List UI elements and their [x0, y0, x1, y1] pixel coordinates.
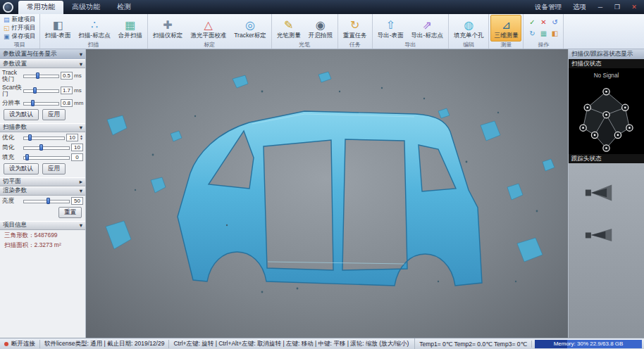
menu-device-management[interactable]: 设备管理	[529, 3, 567, 12]
track-shutter-slider[interactable]	[23, 72, 59, 80]
simplify-slider[interactable]	[23, 144, 70, 151]
chevron-down-icon: ▾	[80, 222, 82, 229]
connection-status: 断开连接	[0, 340, 40, 348]
start-photo-button[interactable]: ◉ 开启拍照	[305, 15, 336, 42]
optimize-spinner[interactable]: ▲▼	[80, 134, 83, 141]
tracker-calibration-icon: ◎	[245, 19, 255, 32]
section-header-project-info[interactable]: 项目信息 ▾	[0, 221, 85, 230]
fill-label: 填充	[2, 154, 22, 160]
new-project-button[interactable]: ▤ 新建项目	[1, 15, 38, 24]
save-project-button[interactable]: ▣ 保存项目	[1, 32, 38, 41]
ribbon: ▤ 新建项目 ◱ 打开项目 ▣ 保存项目 项目 ◧ 扫描-表面	[0, 14, 644, 49]
slider-thumb[interactable]	[39, 144, 43, 151]
status-panel: 扫描仪/跟踪器状态显示 扫描仪状态 No Signal	[568, 49, 644, 338]
merge-scan-button[interactable]: ▦ 合并扫描	[115, 15, 146, 42]
section-header-parameters[interactable]: 参数设置 ▾	[0, 59, 85, 68]
scan-markers-button[interactable]: ∴ 扫描-标志点	[75, 15, 113, 42]
set-default-button[interactable]: 设为默认	[4, 109, 39, 120]
slider-thumb[interactable]	[25, 154, 29, 160]
scan-surface-button[interactable]: ◧ 扫描-表面	[42, 15, 75, 42]
scan-shutter-slider[interactable]	[23, 87, 59, 94]
export-surface-icon: ⇧	[385, 19, 395, 32]
mesh-view-icon[interactable]: ▦	[538, 29, 548, 39]
brightness-value[interactable]: 50	[71, 197, 83, 205]
scan-surface-icon: ◧	[52, 19, 63, 32]
license-info: 软件license类型: 通用 | 截止日期: 2019/12/29	[40, 340, 169, 348]
display-icon[interactable]: ◧	[550, 29, 559, 39]
open-project-button[interactable]: ◱ 打开项目	[1, 24, 38, 32]
optimize-label: 优化	[2, 134, 22, 141]
reset-render-button[interactable]: 重置	[58, 207, 82, 218]
measure-3d-button[interactable]: ⊿ 三维测量	[490, 15, 521, 42]
group-label-stylus: 光笔	[273, 42, 336, 49]
maximize-button[interactable]: ❐	[609, 2, 626, 13]
laser-plane-calibration-button[interactable]: △ 激光平面校准	[187, 15, 230, 42]
simplify-label: 简化	[2, 144, 22, 151]
scan-shutter-unit: ms	[74, 87, 83, 94]
set-default-button[interactable]: 设为默认	[4, 163, 39, 174]
slider-thumb[interactable]	[28, 134, 32, 141]
section-header-clip-plane[interactable]: 切平面 ▸	[0, 177, 85, 186]
apply-button[interactable]: 应用	[42, 163, 66, 174]
slider-thumb[interactable]	[36, 72, 39, 79]
redo-icon[interactable]: ↻	[527, 29, 537, 39]
simplify-value[interactable]: 10	[71, 144, 83, 151]
tab-advanced-functions[interactable]: 高级功能	[63, 1, 109, 14]
reset-task-icon: ↻	[350, 19, 359, 32]
ribbon-group-scan: ◧ 扫描-表面 ∴ 扫描-标志点 ▦ 合并扫描 扫描	[40, 14, 148, 49]
optimize-slider[interactable]	[23, 134, 65, 141]
ribbon-group-stylus: ✎ 光笔测量 ◉ 开启拍照 光笔	[272, 14, 338, 49]
chevron-down-icon[interactable]: ▾	[80, 51, 82, 58]
scan-area: 扫描面积：2.3273 m²	[0, 240, 85, 253]
optimize-value[interactable]: 10	[66, 134, 78, 141]
section-header-render-params[interactable]: 渲染参数 ▾	[0, 186, 85, 196]
fill-value[interactable]: 0	[71, 153, 83, 161]
resolution-slider[interactable]	[23, 99, 59, 107]
chevron-down-icon: ▾	[80, 61, 82, 68]
ribbon-group-calibration: ✚ 扫描仪标定 △ 激光平面校准 ◎ Tracker标定 标定	[148, 14, 272, 49]
memory-usage-bar: Memory: 30% 22.9/63.8 GB	[535, 340, 642, 348]
scanner-calibration-button[interactable]: ✚ 扫描仪标定	[149, 15, 187, 42]
ribbon-group-operations: ✓ ✕ ↺ ↻ ▦ ◧ 操作	[524, 14, 564, 49]
fill-single-hole-button[interactable]: ◍ 填充单个孔	[450, 15, 488, 42]
connection-status-icon	[4, 342, 8, 346]
export-markers-button[interactable]: ⇗ 导出-标志点	[408, 15, 447, 42]
fill-slider[interactable]	[23, 153, 70, 161]
close-button[interactable]: ✕	[626, 2, 643, 13]
scan-fragments	[106, 72, 555, 262]
stylus-measure-button[interactable]: ✎ 光笔测量	[273, 15, 304, 42]
parameter-panel-header: 参数设置与任务显示 ▾	[0, 49, 85, 59]
resolution-unit: mm	[74, 100, 83, 106]
group-label-scan: 扫描	[42, 42, 146, 49]
scanner-status-title: 扫描仪状态	[569, 59, 644, 68]
scan-markers-icon: ∴	[91, 19, 98, 32]
ribbon-tabs: 常用功能 高级功能 检测	[18, 0, 140, 14]
confirm-icon[interactable]: ✓	[527, 18, 537, 27]
slider-thumb[interactable]	[47, 198, 50, 204]
scan-shutter-label: Scan快门	[2, 84, 22, 97]
minimize-button[interactable]: ─	[592, 2, 609, 13]
track-shutter-value[interactable]: 0.5	[61, 72, 73, 80]
section-header-scan-params[interactable]: 扫描参数 ▾	[0, 123, 85, 132]
reset-task-button[interactable]: ↻ 重置任务	[340, 15, 371, 42]
resolution-value[interactable]: 0.8	[61, 99, 73, 107]
memory-usage-label: Memory: 30% 22.9/63.8 GB	[535, 340, 642, 348]
apply-button[interactable]: 应用	[42, 109, 66, 120]
slider-thumb[interactable]	[33, 87, 37, 94]
ribbon-group-edit: ◍ 填充单个孔 编辑	[449, 14, 490, 49]
undo-icon[interactable]: ↺	[550, 18, 559, 27]
3d-viewport[interactable]	[86, 49, 568, 338]
tab-common-functions[interactable]: 常用功能	[18, 1, 63, 14]
track-shutter-row: Track快门 0.5 ms	[0, 68, 85, 83]
slider-thumb[interactable]	[31, 100, 35, 106]
cancel-icon[interactable]: ✕	[538, 18, 548, 27]
tab-inspection[interactable]: 检测	[109, 1, 140, 14]
ribbon-group-task: ↻ 重置任务 任务	[338, 14, 373, 49]
scan-shutter-value[interactable]: 1.7	[61, 87, 73, 94]
export-surface-button[interactable]: ⇧ 导出-表面	[374, 15, 407, 42]
menu-options[interactable]: 选项	[567, 3, 592, 12]
brightness-slider[interactable]	[23, 197, 70, 205]
tracker-calibration-button[interactable]: ◎ Tracker标定	[230, 15, 270, 42]
chevron-down-icon: ▾	[80, 124, 82, 131]
ribbon-group-export: ⇧ 导出-表面 ⇗ 导出-标志点 导出	[373, 14, 449, 49]
